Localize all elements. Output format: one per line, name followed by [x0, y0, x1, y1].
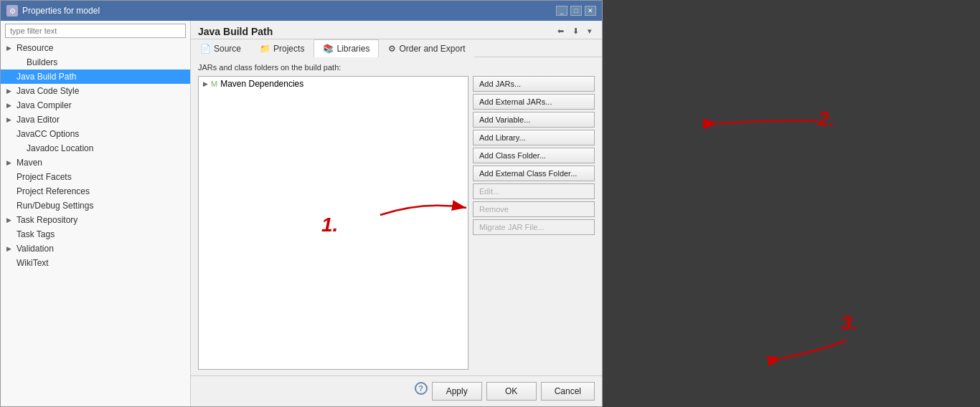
sidebar-item-java-compiler[interactable]: ▶ Java Compiler	[1, 98, 190, 112]
ok-button[interactable]: OK	[486, 382, 537, 401]
tab-source-label: Source	[214, 44, 241, 54]
properties-window-title: Properties for model	[22, 6, 100, 16]
tab-projects[interactable]: 📁 Projects	[250, 39, 314, 57]
table-row[interactable]: ▶ M Maven Dependencies	[199, 77, 468, 91]
sidebar-label: Maven	[17, 158, 42, 168]
entry-label: Maven Dependencies	[220, 79, 303, 89]
build-path-container: ▶ M Maven Dependencies Add JARs... Add E…	[198, 76, 595, 370]
main-content-area: Java Build Path ⬅ ⬇ ▾ 📄 Source	[191, 21, 602, 406]
help-icon[interactable]: ?	[415, 382, 428, 395]
add-variable-button[interactable]: Add Variable...	[473, 112, 595, 128]
expand-arrow-icon: ▶	[6, 87, 14, 95]
side-buttons-panel: Add JARs... Add External JARs... Add Var…	[473, 76, 595, 370]
projects-tab-icon: 📁	[260, 44, 270, 54]
bottom-actions: ? Apply OK Cancel	[191, 375, 602, 406]
edit-button[interactable]: Edit...	[473, 183, 595, 199]
tab-libraries-label: Libraries	[336, 44, 369, 54]
sidebar-item-project-facets[interactable]: Project Facets	[1, 170, 190, 184]
sidebar-item-run-debug-settings[interactable]: Run/Debug Settings	[1, 198, 190, 213]
sidebar-label: Task Repository	[17, 215, 77, 225]
main-header: Java Build Path ⬅ ⬇ ▾	[191, 21, 602, 39]
properties-window: ⚙ Properties for model _ □ ✕ ▶ Resource	[0, 0, 603, 407]
tab-projects-label: Projects	[273, 44, 304, 54]
desktop-area: ⚙ Properties for model _ □ ✕ ▶ Resource	[0, 0, 980, 407]
sidebar-item-java-editor[interactable]: ▶ Java Editor	[1, 112, 190, 127]
main-toolbar: ⬅ ⬇ ▾	[555, 25, 595, 37]
apply-button[interactable]: Apply	[432, 382, 482, 401]
expand-arrow-icon: ▶	[6, 44, 14, 52]
expand-arrow-icon: ▶	[6, 216, 14, 224]
titlebar-controls: _ □ ✕	[556, 6, 596, 16]
add-jars-button[interactable]: Add JARs...	[473, 76, 595, 92]
properties-body: ▶ Resource Builders Java Build Path ▶ Ja…	[1, 21, 602, 406]
close-button[interactable]: ✕	[585, 6, 596, 16]
tab-order-label: Order and Export	[399, 44, 465, 54]
sidebar-label: Java Build Path	[17, 72, 76, 82]
add-library-window: 🔧 Add Library _ □ ✕ Add Library Select t…	[606, 10, 980, 397]
sidebar-item-javacc-options[interactable]: JavaCC Options	[1, 127, 190, 141]
add-external-jars-button[interactable]: Add External JARs...	[473, 94, 595, 110]
row-expand-icon: ▶	[203, 80, 208, 87]
sidebar-item-task-tags[interactable]: Task Tags	[1, 227, 190, 241]
expand-arrow-icon: ▶	[6, 116, 14, 123]
content-description: JARs and class folders on the build path…	[198, 63, 595, 72]
sidebar-item-java-build-path[interactable]: Java Build Path	[1, 70, 190, 84]
sidebar-item-validation[interactable]: ▶ Validation	[1, 241, 190, 256]
sidebar-label: Java Code Style	[17, 86, 79, 96]
properties-titlebar: ⚙ Properties for model _ □ ✕	[1, 1, 602, 21]
sidebar-label: Run/Debug Settings	[17, 201, 93, 211]
expand-arrow-icon: ▶	[6, 102, 14, 109]
sidebar-item-wikitext[interactable]: WikiText	[1, 256, 190, 270]
properties-dialog: ⚙ Properties for model _ □ ✕ ▶ Resource	[0, 0, 603, 407]
titlebar-left: ⚙ Properties for model	[6, 5, 100, 16]
migrate-jar-button[interactable]: Migrate JAR File...	[473, 219, 595, 235]
section-title: Java Build Path	[198, 26, 273, 37]
sidebar-item-resource[interactable]: ▶ Resource	[1, 41, 190, 55]
sidebar-label: Java Editor	[17, 115, 60, 125]
sidebar-label: Resource	[17, 43, 53, 53]
properties-window-icon: ⚙	[6, 5, 18, 16]
add-external-class-folder-button[interactable]: Add External Class Folder...	[473, 166, 595, 181]
sidebar-item-maven[interactable]: ▶ Maven	[1, 155, 190, 170]
source-tab-icon: 📄	[200, 44, 211, 54]
add-library-button[interactable]: Add Library...	[473, 130, 595, 145]
sidebar-label: Validation	[17, 244, 54, 254]
sidebar-item-task-repository[interactable]: ▶ Task Repository	[1, 213, 190, 227]
sidebar-label: JavaCC Options	[17, 129, 79, 139]
libraries-tab-icon: 📚	[323, 44, 334, 54]
sidebar-item-project-references[interactable]: Project References	[1, 184, 190, 198]
content-area: JARs and class folders on the build path…	[191, 57, 602, 375]
entries-list[interactable]: ▶ M Maven Dependencies	[198, 76, 468, 370]
remove-button[interactable]: Remove	[473, 201, 595, 217]
tabs-row: 📄 Source 📁 Projects 📚 Libraries ⚙	[191, 39, 602, 57]
order-tab-icon: ⚙	[388, 44, 396, 54]
sidebar-label: Javadoc Location	[27, 143, 93, 153]
back-button[interactable]: ⬅	[555, 25, 567, 37]
sidebar-item-builders[interactable]: Builders	[1, 55, 190, 70]
minimize-button[interactable]: _	[556, 6, 567, 16]
forward-button[interactable]: ⬇	[570, 25, 582, 37]
expand-arrow-icon: ▶	[6, 159, 14, 166]
sidebar-label: Builders	[27, 57, 57, 67]
sidebar: ▶ Resource Builders Java Build Path ▶ Ja…	[1, 21, 191, 406]
sidebar-item-java-code-style[interactable]: ▶ Java Code Style	[1, 84, 190, 98]
tab-source[interactable]: 📄 Source	[191, 39, 250, 57]
sidebar-label: Project References	[17, 186, 90, 196]
filter-input[interactable]	[5, 24, 186, 38]
sidebar-label: WikiText	[17, 258, 49, 268]
add-class-folder-button[interactable]: Add Class Folder...	[473, 148, 595, 163]
sidebar-label: Project Facets	[17, 172, 72, 182]
expand-arrow-icon: ▶	[6, 245, 14, 252]
maximize-button[interactable]: □	[570, 6, 582, 16]
sidebar-label: Task Tags	[17, 229, 55, 239]
cancel-button[interactable]: Cancel	[541, 382, 595, 401]
sidebar-item-javadoc-location[interactable]: Javadoc Location	[1, 141, 190, 155]
tab-order-export[interactable]: ⚙ Order and Export	[379, 39, 474, 57]
menu-button[interactable]: ▾	[585, 25, 595, 37]
maven-icon: M	[211, 80, 217, 88]
tab-libraries[interactable]: 📚 Libraries	[314, 39, 379, 57]
sidebar-label: Java Compiler	[17, 100, 72, 110]
